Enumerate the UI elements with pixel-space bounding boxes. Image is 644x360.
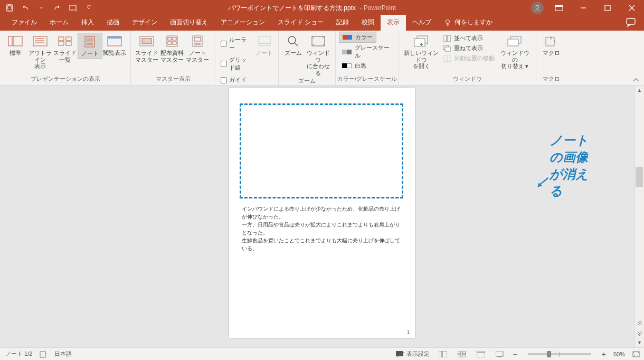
undo-dropdown-icon[interactable] [37,4,45,12]
ribbon: 標準 アウトライン 表示 スライド 一覧 ノート 閲覧表示 プレゼンテーションの… [0,31,644,86]
btn-macros[interactable]: マクロ [539,33,563,58]
svg-rect-16 [87,38,93,42]
view-reading-icon[interactable] [475,349,487,359]
group-label-macros: マクロ [536,75,566,85]
switch-windows-icon [506,35,523,48]
notes-line-3: 生鮮食品を置いたことでこれまでよりも大幅に売り上げを伸ばしている。 [242,236,403,252]
qat-dropdown-icon[interactable] [84,4,93,12]
btn-normal-view[interactable]: 標準 [3,33,28,58]
tab-animations[interactable]: アニメーション [214,15,271,31]
chk-gridlines[interactable]: グリッド線 [219,55,254,73]
tab-home[interactable]: ホーム [43,15,75,31]
tab-design[interactable]: デザイン [126,15,164,31]
display-settings[interactable]: 表示設定 [396,350,430,358]
btn-reading-view[interactable]: 閲覧表示 [102,33,127,58]
ribbon-display-options-icon[interactable] [547,0,571,16]
btn-handout-master[interactable]: 配布資料 マスター [159,33,185,64]
svg-rect-37 [445,47,450,51]
svg-rect-4 [555,5,563,7]
svg-rect-34 [443,35,447,42]
svg-rect-1 [70,5,76,10]
status-page[interactable]: ノート 1/2 [5,350,32,358]
zoom-level[interactable]: 50% [613,351,625,357]
prev-slide-icon[interactable] [635,319,644,328]
tell-me[interactable]: 何をしますか [438,15,499,31]
btn-arrange-all[interactable]: 並べて表示 [440,34,498,43]
btn-notes-page-view[interactable]: ノート [78,33,102,59]
scroll-up-icon[interactable]: ▲ [635,86,644,95]
svg-rect-13 [59,42,64,45]
view-sorter-icon[interactable] [456,349,468,359]
svg-rect-23 [173,37,176,40]
fit-to-window-status-icon[interactable] [632,351,640,357]
btn-notes-master[interactable]: ノート マスター [185,33,210,64]
btn-slide-sorter[interactable]: スライド 一覧 [53,33,78,64]
start-from-beginning-icon[interactable] [69,4,77,12]
tab-view[interactable]: 表示 [381,15,406,31]
tab-review[interactable]: 校閲 [355,15,381,31]
tab-slideshow[interactable]: スライド ショー [271,15,330,31]
undo-icon[interactable] [21,4,30,12]
display-settings-icon [396,351,404,357]
file-name: パワーポイントでノートを印刷する方法.pptx [228,4,356,12]
accessibility-icon[interactable] [40,350,47,358]
btn-fit-window[interactable]: ウィンドウ に合わせる [304,33,332,77]
minimize-button[interactable] [571,0,595,16]
svg-rect-33 [414,39,425,46]
tab-transitions[interactable]: 画面切り替え [164,15,214,31]
zoom-out-icon[interactable]: − [513,350,517,358]
view-slideshow-icon[interactable] [494,349,506,359]
scroll-down-icon[interactable]: ▼ [635,338,644,347]
svg-point-30 [288,36,296,44]
redo-icon[interactable] [53,4,61,12]
btn-cascade[interactable]: 重ねて表示 [440,44,498,53]
svg-rect-46 [442,351,447,357]
svg-rect-20 [142,39,151,44]
svg-rect-5 [605,5,610,11]
chk-guides[interactable]: ガイド [219,75,254,85]
chk-ruler[interactable]: ルーラー [219,35,254,53]
tab-draw[interactable]: 描画 [100,15,126,31]
svg-rect-14 [66,42,71,45]
user-avatar[interactable] [531,2,544,14]
status-language[interactable]: 日本語 [54,350,72,358]
svg-point-2 [536,5,539,8]
fit-window-icon [310,35,327,48]
autosave-icon[interactable] [5,4,14,12]
ribbon-tabs: ファイル ホーム 挿入 描画 デザイン 画面切り替え アニメーション スライド … [0,16,644,31]
vertical-scrollbar[interactable]: ▲ ▼ [634,86,644,347]
view-normal-icon[interactable] [437,349,449,359]
tab-record[interactable]: 記録 [330,15,355,31]
btn-switch-windows[interactable]: ウィンドウの 切り替え ▾ [498,33,532,71]
status-bar: ノート 1/2 日本語 表示設定 − + 50% [0,347,644,360]
btn-outline-view[interactable]: アウトライン 表示 [28,33,53,71]
svg-rect-25 [173,42,176,44]
zoom-slider[interactable] [528,353,591,355]
zoom-in-icon[interactable]: + [602,350,606,358]
btn-black-white[interactable]: 白黒 [339,61,370,71]
btn-grayscale[interactable]: グレースケール [339,43,395,61]
reading-view-icon [106,35,123,48]
zoom-icon [285,35,301,48]
collapse-ribbon-icon[interactable] [632,78,640,83]
svg-rect-28 [259,36,270,43]
tab-help[interactable]: ヘルプ [406,15,438,31]
btn-color[interactable]: カラー [339,32,376,43]
scroll-thumb[interactable] [636,167,643,187]
maximize-button[interactable] [595,0,620,16]
group-macros: マクロ マクロ [536,31,566,85]
svg-rect-42 [40,352,45,357]
arrange-all-icon [443,35,451,42]
svg-rect-29 [259,44,270,46]
next-slide-icon[interactable] [635,328,644,338]
tab-file[interactable]: ファイル [5,15,43,31]
tab-insert[interactable]: 挿入 [75,15,100,31]
group-label-color: カラー/グレースケール [336,75,399,85]
notes-master-icon [189,35,206,48]
share-comment-icon[interactable] [626,18,637,27]
notes-page[interactable]: インバウンドによる売り上げが少なかったため、化粧品の売り上げが伸びなかった。 一… [229,88,415,338]
btn-zoom[interactable]: ズーム [282,33,304,58]
btn-new-window[interactable]: 新しいウィンドウ を開く [402,33,440,71]
btn-slide-master[interactable]: スライド マスター [134,33,159,64]
close-button[interactable] [620,0,644,16]
